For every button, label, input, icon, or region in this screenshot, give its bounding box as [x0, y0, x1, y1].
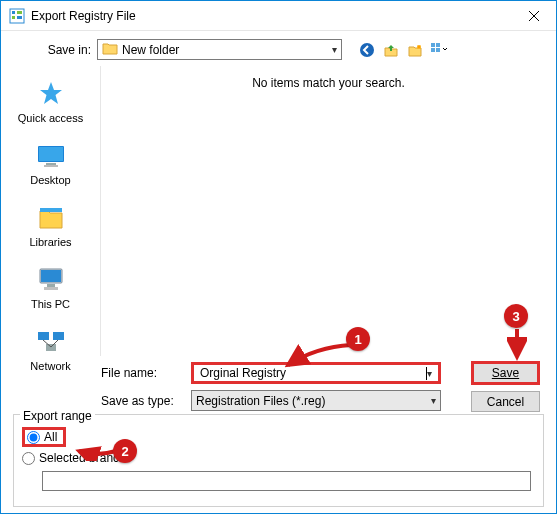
- back-icon[interactable]: [358, 41, 376, 59]
- svg-rect-9: [431, 43, 435, 47]
- sidebar-item-desktop[interactable]: Desktop: [1, 134, 100, 196]
- radio-all-highlight: All: [22, 427, 66, 447]
- folder-icon: [102, 41, 118, 58]
- svg-rect-24: [46, 344, 56, 351]
- thispc-icon: [35, 264, 67, 296]
- sidebar-item-label: Network: [30, 360, 70, 372]
- savetype-label: Save as type:: [101, 394, 191, 408]
- savetype-value: Registration Files (*.reg): [196, 394, 431, 408]
- save-button-label: Save: [492, 366, 519, 380]
- savein-value: New folder: [122, 43, 332, 57]
- close-icon: [529, 11, 539, 21]
- empty-message: No items match your search.: [252, 76, 405, 90]
- new-folder-icon[interactable]: [406, 41, 424, 59]
- sidebar-item-quickaccess[interactable]: Quick access: [1, 72, 100, 134]
- quickaccess-icon: [35, 78, 67, 110]
- sidebar-item-label: Libraries: [29, 236, 71, 248]
- svg-rect-20: [47, 284, 55, 287]
- cancel-button[interactable]: Cancel: [471, 391, 540, 412]
- file-list-viewport[interactable]: No items match your search.: [101, 66, 556, 356]
- filename-label: File name:: [101, 366, 191, 380]
- savein-row: Save in: New folder ▾: [1, 31, 556, 66]
- savetype-combo[interactable]: Registration Files (*.reg) ▾: [191, 390, 441, 411]
- svg-rect-19: [41, 270, 61, 282]
- svg-rect-22: [38, 332, 49, 340]
- titlebar: Export Registry File: [1, 1, 556, 31]
- callout-1: 1: [346, 327, 370, 351]
- sidebar-item-network[interactable]: Network: [1, 320, 100, 382]
- svg-rect-4: [17, 16, 22, 19]
- nav-icons: [358, 41, 448, 59]
- save-button[interactable]: Save: [471, 361, 540, 385]
- sidebar-item-thispc[interactable]: This PC: [1, 258, 100, 320]
- radio-all[interactable]: [27, 431, 40, 444]
- sidebar-item-label: Quick access: [18, 112, 83, 124]
- svg-rect-10: [436, 43, 440, 47]
- views-icon[interactable]: [430, 41, 448, 59]
- desktop-icon: [35, 140, 67, 172]
- svg-point-7: [360, 43, 374, 57]
- places-sidebar: Quick access Desktop Libraries This PC N…: [1, 66, 101, 356]
- svg-rect-23: [53, 332, 64, 340]
- window-title: Export Registry File: [31, 9, 511, 23]
- svg-rect-15: [46, 163, 56, 165]
- sidebar-item-libraries[interactable]: Libraries: [1, 196, 100, 258]
- callout-3: 3: [504, 304, 528, 328]
- svg-rect-16: [44, 165, 58, 167]
- cancel-button-label: Cancel: [487, 395, 524, 409]
- sidebar-item-label: This PC: [31, 298, 70, 310]
- middle-area: Quick access Desktop Libraries This PC N…: [1, 66, 556, 356]
- svg-rect-14: [39, 147, 63, 161]
- svg-rect-21: [44, 287, 58, 290]
- arrow-3-icon: [507, 327, 527, 363]
- network-icon: [35, 326, 67, 358]
- dialog-buttons: Save Cancel: [471, 361, 540, 412]
- svg-rect-1: [12, 11, 15, 14]
- radio-selected-branch[interactable]: [22, 452, 35, 465]
- svg-rect-11: [431, 48, 435, 52]
- svg-rect-17: [40, 208, 62, 212]
- savein-label: Save in:: [43, 43, 91, 57]
- chevron-down-icon: ▾: [431, 395, 436, 406]
- callout-2: 2: [113, 439, 137, 463]
- chevron-down-icon[interactable]: ▾: [427, 368, 432, 379]
- export-range-legend: Export range: [20, 409, 95, 423]
- sidebar-item-label: Desktop: [30, 174, 70, 186]
- chevron-down-icon: ▾: [332, 44, 337, 55]
- svg-rect-3: [12, 16, 15, 19]
- branch-path-input[interactable]: [42, 471, 531, 491]
- close-button[interactable]: [511, 1, 556, 30]
- libraries-icon: [35, 202, 67, 234]
- up-one-level-icon[interactable]: [382, 41, 400, 59]
- regedit-icon: [9, 8, 25, 24]
- svg-rect-12: [436, 48, 440, 52]
- radio-all-label: All: [44, 430, 57, 444]
- savein-combo[interactable]: New folder ▾: [97, 39, 342, 60]
- svg-rect-2: [17, 11, 22, 14]
